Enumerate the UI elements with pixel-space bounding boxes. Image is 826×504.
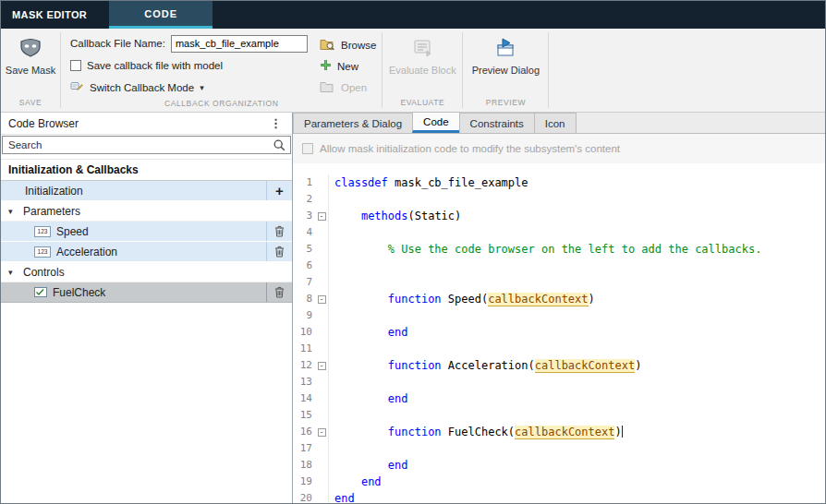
code-text (329, 307, 334, 324)
code-fold-collapse-icon[interactable]: - (318, 212, 326, 221)
preview-dialog-button[interactable]: Preview Dialog (468, 32, 542, 76)
code-line[interactable]: 3- methods(Static) (293, 208, 825, 224)
code-line[interactable]: 18 end (293, 457, 825, 474)
evaluate-block-label: Evaluate Block (389, 65, 456, 76)
tree-item-main[interactable]: ▾Controls (1, 262, 292, 282)
tree-item-parameters[interactable]: ▾Parameters (1, 201, 292, 222)
callback-file-name-label: Callback File Name: (70, 38, 165, 49)
code-text: function FuelCheck(callbackContext) (329, 424, 623, 440)
tree-item-speed[interactable]: 123Speed (1, 222, 292, 242)
new-button[interactable]: New (320, 55, 376, 77)
code-browser-panel: Code Browser ⋮ Initialization & Callback… (1, 113, 293, 503)
tree-item-main[interactable]: Initialization (1, 181, 266, 200)
fold-gutter: - (315, 291, 329, 307)
save-with-model-label: Save callback file with model (87, 60, 223, 71)
tab-parameters-and-dialog[interactable]: Parameters & Dialog (293, 113, 413, 133)
save-mask-icon (18, 38, 43, 62)
code-line[interactable]: 14 end (293, 390, 825, 407)
code-line[interactable]: 4 (293, 224, 825, 241)
tab-code[interactable]: Code (412, 112, 460, 133)
trash-icon (274, 246, 285, 258)
tab-constraints[interactable]: Constraints (459, 113, 535, 133)
code-line[interactable]: 15 (293, 407, 825, 424)
code-token (334, 459, 388, 472)
fold-gutter (315, 474, 329, 490)
line-number: 12 (293, 357, 315, 374)
code-line[interactable]: 12- function Acceleration(callbackContex… (293, 357, 825, 374)
code-line[interactable]: 11 (293, 341, 825, 357)
delete-item-button[interactable] (266, 222, 292, 241)
browse-button[interactable]: Browse (320, 34, 376, 55)
save-mask-label: Save Mask (6, 65, 55, 76)
highlighted-token: callbackContext (488, 293, 588, 306)
code-token: % Use the code browser on the left to ad… (334, 243, 761, 256)
tree-item-controls[interactable]: ▾Controls (1, 262, 292, 282)
fold-gutter: - (315, 424, 329, 440)
code-line[interactable]: 20end (293, 490, 825, 503)
search-input[interactable] (2, 136, 291, 154)
code-token: end (388, 326, 408, 339)
parameter-123-icon: 123 (34, 226, 51, 237)
callback-organization-section-label: CALLBACK ORGANIZATION (61, 99, 382, 112)
line-number: 20 (293, 490, 315, 503)
add-callback-button[interactable]: + (266, 181, 292, 200)
code-fold-collapse-icon[interactable]: - (318, 295, 326, 304)
tree-item-acceleration[interactable]: 123Acceleration (1, 242, 292, 262)
tree-item-main[interactable]: ▾Parameters (1, 201, 292, 221)
tree-item-main[interactable]: FuelCheck (1, 282, 266, 302)
chevron-down-icon[interactable]: ▾ (8, 268, 18, 277)
code-line[interactable]: 13 (293, 374, 825, 390)
code-line[interactable]: 19 end (293, 474, 825, 490)
tree-item-main[interactable]: 123Acceleration (1, 242, 266, 261)
delete-item-button[interactable] (266, 282, 292, 302)
trash-icon (274, 225, 285, 237)
callback-file-name-input[interactable] (171, 35, 308, 53)
fold-gutter (315, 307, 329, 324)
chevron-down-icon[interactable]: ▾ (8, 207, 18, 216)
evaluate-block-button[interactable]: Evaluate Block (388, 32, 456, 76)
code-text (329, 440, 334, 457)
code-line[interactable]: 6 (293, 258, 825, 274)
line-number: 5 (293, 241, 315, 258)
line-number: 10 (293, 324, 315, 341)
code-line[interactable]: 5 % Use the code browser on the left to … (293, 241, 825, 258)
code-line[interactable]: 7 (293, 274, 825, 291)
fold-gutter: - (315, 208, 329, 224)
code-line[interactable]: 17 (293, 440, 825, 457)
trash-icon (274, 286, 285, 298)
tree-item-initialization[interactable]: Initialization+ (1, 181, 292, 201)
kebab-menu-icon[interactable]: ⋮ (267, 116, 285, 130)
code-text (329, 341, 334, 357)
code-token: end (361, 475, 382, 488)
chevron-down-icon: ▾ (200, 83, 204, 92)
code-fold-collapse-icon[interactable]: - (318, 428, 326, 437)
new-label: New (337, 61, 358, 72)
code-browser-title: Code Browser (8, 117, 79, 130)
code-line[interactable]: 8- function Speed(callbackContext) (293, 291, 825, 307)
ribbon-tab-code[interactable]: CODE (109, 1, 213, 29)
allow-init-label: Allow mask initialization code to modify… (320, 143, 620, 154)
line-number: 1 (293, 174, 315, 191)
code-fold-collapse-icon[interactable]: - (318, 362, 326, 370)
tree-item-main[interactable]: 123Speed (1, 222, 266, 241)
code-line[interactable]: 9 (293, 307, 825, 324)
tree-item-fuelcheck[interactable]: FuelCheck (1, 282, 292, 303)
code-line[interactable]: 16- function FuelCheck(callbackContext) (293, 424, 825, 440)
tab-icon[interactable]: Icon (534, 113, 577, 133)
open-button[interactable]: Open (320, 77, 376, 98)
save-mask-button[interactable]: Save Mask (6, 32, 55, 76)
code-editor[interactable]: 1classdef mask_cb_file_example23- method… (293, 163, 825, 503)
code-token: Acceleration( (442, 359, 535, 372)
code-token: end (388, 459, 408, 472)
code-line[interactable]: 1classdef mask_cb_file_example (293, 174, 825, 191)
fold-gutter (315, 341, 329, 357)
code-line[interactable]: 10 end (293, 324, 825, 341)
save-with-model-checkbox[interactable] (70, 60, 81, 71)
code-token: ) (635, 359, 641, 372)
line-number: 3 (293, 208, 315, 224)
delete-item-button[interactable] (266, 242, 292, 261)
switch-callback-mode-button[interactable]: Switch Callback Mode ▾ (70, 77, 303, 99)
code-line[interactable]: 2 (293, 191, 825, 208)
code-text: end (329, 490, 355, 503)
allow-init-checkbox[interactable] (302, 143, 313, 154)
